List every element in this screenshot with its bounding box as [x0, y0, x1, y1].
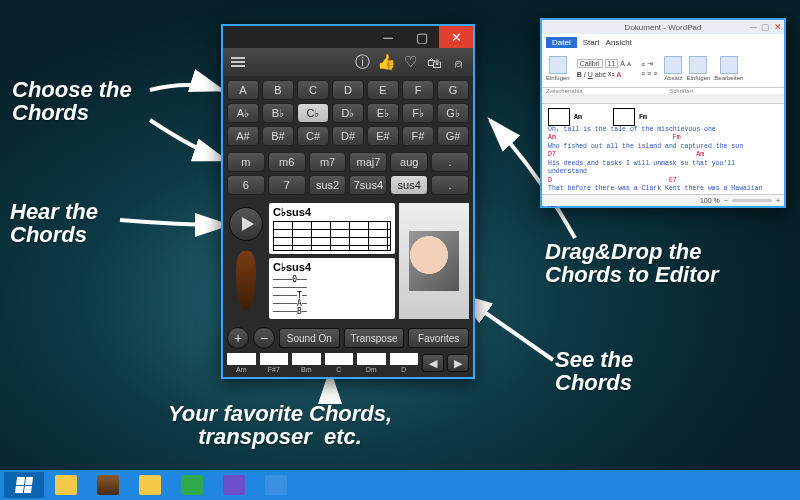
- key-F[interactable]: F: [402, 80, 434, 100]
- favorite-slot[interactable]: Dm: [357, 353, 386, 373]
- annot-hear: Hear the Chords: [10, 200, 98, 246]
- favorite-slot[interactable]: C: [325, 353, 354, 373]
- align-center-icon[interactable]: ≡: [647, 70, 651, 77]
- ribbon-edit[interactable]: Bearbeiten: [714, 56, 743, 81]
- favorite-slot[interactable]: D: [390, 353, 419, 373]
- key-G[interactable]: G#: [437, 126, 469, 146]
- key-6[interactable]: 6: [227, 175, 265, 195]
- key-F[interactable]: F♭: [402, 103, 434, 123]
- sound-toggle[interactable]: Sound On: [279, 328, 340, 348]
- key-A[interactable]: A: [227, 80, 259, 100]
- underline-icon[interactable]: U: [588, 71, 593, 78]
- key-[interactable]: .: [431, 175, 469, 195]
- key-B[interactable]: B♭: [262, 103, 294, 123]
- doc-chord-diagram: [613, 108, 635, 126]
- chord-diagram-fretboard[interactable]: C♭sus4: [269, 203, 395, 254]
- key-B[interactable]: B: [262, 80, 294, 100]
- minus-button[interactable]: −: [253, 327, 275, 349]
- maximize-button[interactable]: ▢: [405, 26, 439, 48]
- key-[interactable]: .: [431, 152, 469, 172]
- ribbon-absatz[interactable]: Absatz: [664, 56, 682, 81]
- wordpad-ruler[interactable]: [542, 94, 784, 104]
- color-icon[interactable]: A: [617, 71, 622, 78]
- key-D[interactable]: D#: [332, 126, 364, 146]
- key-7sus4[interactable]: 7sus4: [349, 175, 387, 195]
- key-E[interactable]: E♭: [367, 103, 399, 123]
- key-C[interactable]: C: [297, 80, 329, 100]
- favorite-slot[interactable]: Bm: [292, 353, 321, 373]
- zoom-out-icon[interactable]: −: [724, 197, 728, 204]
- plus-button[interactable]: +: [227, 327, 249, 349]
- zoom-in-icon[interactable]: +: [776, 197, 780, 204]
- size-select[interactable]: 11: [605, 59, 619, 68]
- key-F[interactable]: F#: [402, 126, 434, 146]
- taskbar-settings[interactable]: [214, 472, 254, 498]
- thumbs-up-icon[interactable]: 👍: [377, 53, 395, 71]
- ribbon-insert[interactable]: Einfügen: [687, 56, 711, 81]
- taskbar-store[interactable]: [172, 472, 212, 498]
- key-maj7[interactable]: maj7: [349, 152, 387, 172]
- chord-name-label-2: C♭sus4: [273, 261, 391, 274]
- key-m7[interactable]: m7: [309, 152, 347, 172]
- transpose-button[interactable]: Transpose: [344, 328, 405, 348]
- info-icon[interactable]: ⓘ: [353, 53, 371, 71]
- taskbar-chords-app[interactable]: [88, 472, 128, 498]
- close-button[interactable]: ✕: [439, 26, 473, 48]
- key-C[interactable]: C#: [297, 126, 329, 146]
- heart-icon[interactable]: ♡: [401, 53, 419, 71]
- taskbar-wordpad[interactable]: [256, 472, 296, 498]
- paste-button[interactable]: Einfügen: [546, 56, 570, 81]
- instrument-icon[interactable]: [236, 251, 256, 311]
- key-B[interactable]: B#: [262, 126, 294, 146]
- next-button[interactable]: ▶: [447, 354, 469, 372]
- key-A[interactable]: A#: [227, 126, 259, 146]
- root-note-panel: ABCDEFG A♭B♭C♭D♭E♭F♭G♭ A#B#C#D#E#F#G# mm…: [223, 76, 473, 199]
- taskbar-explorer[interactable]: [46, 472, 86, 498]
- align-left-icon[interactable]: ≡: [641, 70, 645, 77]
- shrink-font-icon[interactable]: ᴀ: [627, 60, 631, 68]
- chord-photo[interactable]: [399, 203, 469, 319]
- taskbar-folder[interactable]: [130, 472, 170, 498]
- minimize-button[interactable]: ─: [371, 26, 405, 48]
- cart-icon[interactable]: 🛍: [425, 53, 443, 71]
- key-m[interactable]: m: [227, 152, 265, 172]
- bold-icon[interactable]: B: [577, 71, 582, 78]
- key-E[interactable]: E: [367, 80, 399, 100]
- key-D[interactable]: D♭: [332, 103, 364, 123]
- wp-close-icon[interactable]: ✕: [774, 22, 782, 32]
- key-A[interactable]: A♭: [227, 103, 259, 123]
- indent-icon[interactable]: ⇥: [647, 60, 653, 68]
- key-7[interactable]: 7: [268, 175, 306, 195]
- start-button[interactable]: [4, 472, 44, 498]
- key-G[interactable]: G♭: [437, 103, 469, 123]
- file-menu[interactable]: Datei: [546, 37, 577, 48]
- key-C[interactable]: C♭: [297, 103, 329, 123]
- tab-ansicht[interactable]: Ansicht: [606, 38, 632, 47]
- sub-icon[interactable]: x₂: [608, 70, 615, 78]
- favorite-slot[interactable]: F#7: [260, 353, 289, 373]
- key-D[interactable]: D: [332, 80, 364, 100]
- favorites-button[interactable]: Favorites: [408, 328, 469, 348]
- wp-min-icon[interactable]: ─: [751, 22, 757, 32]
- key-G[interactable]: G: [437, 80, 469, 100]
- key-sus2[interactable]: sus2: [309, 175, 347, 195]
- wp-max-icon[interactable]: ▢: [761, 22, 770, 32]
- menu-icon[interactable]: [229, 53, 247, 71]
- prev-button[interactable]: ◀: [422, 354, 444, 372]
- chord-diagram-tab[interactable]: C♭sus4 ────0── ─────── ─────T─ ─────A─ ─…: [269, 258, 395, 319]
- italic-icon[interactable]: I: [584, 71, 586, 78]
- align-right-icon[interactable]: ≡: [653, 70, 657, 77]
- play-button[interactable]: [229, 207, 263, 241]
- key-sus4[interactable]: sus4: [390, 175, 428, 195]
- list-icon[interactable]: ≡: [641, 61, 645, 68]
- key-E[interactable]: E#: [367, 126, 399, 146]
- font-select[interactable]: Calibri: [577, 59, 603, 68]
- key-m6[interactable]: m6: [268, 152, 306, 172]
- apps-icon[interactable]: ⍝: [449, 53, 467, 71]
- favorite-slot[interactable]: Am: [227, 353, 256, 373]
- strike-icon[interactable]: abc: [595, 71, 606, 78]
- key-aug[interactable]: aug: [390, 152, 428, 172]
- tab-start[interactable]: Start: [583, 38, 600, 47]
- grow-font-icon[interactable]: A: [620, 60, 625, 67]
- zoom-slider[interactable]: [732, 199, 772, 202]
